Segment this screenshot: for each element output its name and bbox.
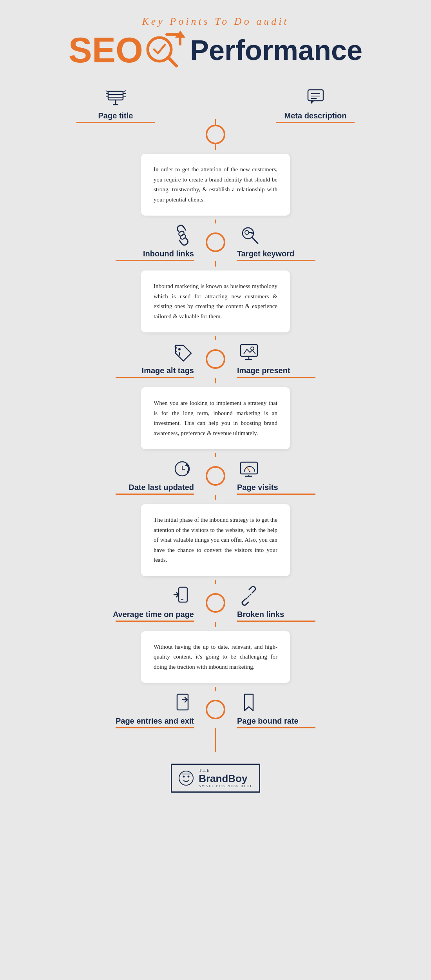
avg-time-icon (170, 584, 194, 608)
seo-icon (143, 31, 186, 70)
svg-line-41 (247, 467, 250, 472)
svg-point-25 (245, 230, 249, 234)
image-present-label: Image present (237, 366, 290, 375)
page-bound-label: Page bound rate (237, 717, 299, 726)
svg-line-48 (246, 593, 252, 599)
labels-row-4: Average time on page Broken links (0, 584, 431, 622)
svg-line-24 (252, 237, 258, 243)
broken-links-label: Broken links (237, 610, 284, 619)
header: Key Points To Do audit SEO Perform (69, 16, 362, 74)
image-alt-line (116, 377, 194, 378)
broken-links-line (237, 621, 315, 622)
footer-logo: the BrandBoy SMALL BUSINESS BLOG (171, 764, 260, 793)
timeline: Page title Meta description (0, 85, 431, 752)
date-updated-line (116, 494, 194, 495)
date-updated-label: Date last updated (129, 483, 194, 492)
avg-time-line (116, 621, 194, 622)
svg-rect-16 (308, 90, 323, 101)
brand-boy-icon (177, 769, 195, 787)
inbound-links-icon (170, 223, 194, 247)
logo-text-group: the BrandBoy SMALL BUSINESS BLOG (199, 768, 254, 788)
page-title-icon (104, 85, 127, 109)
meta-desc-icon (304, 85, 327, 109)
meta-desc-line (276, 122, 355, 123)
page-visits-icon (237, 457, 261, 481)
image-alt-tags-icon (170, 340, 194, 364)
meta-desc-label: Meta description (284, 111, 347, 120)
node-2 (206, 349, 225, 369)
label-inbound-group: Inbound links (29, 223, 194, 261)
svg-point-29 (178, 348, 181, 350)
labels-row-bottom: Page entries and exit Page bound rate (0, 691, 431, 728)
card-1: Inbound marketing is known as business m… (141, 270, 290, 332)
logo-brand: BrandBoy (199, 773, 254, 784)
card-3: The initial phase of the inbound strateg… (141, 504, 290, 576)
svg-line-1 (168, 57, 176, 66)
avg-time-label: Average time on page (113, 610, 194, 619)
performance-text: Performance (190, 36, 362, 64)
date-updated-icon (170, 457, 194, 481)
svg-marker-20 (311, 101, 314, 104)
card-4: Without having the up to date, relevant,… (141, 631, 290, 683)
page-entries-label: Page entries and exit (116, 717, 194, 726)
inbound-links-line (116, 260, 194, 261)
svg-point-52 (183, 775, 185, 777)
svg-rect-22 (179, 233, 186, 240)
svg-line-10 (106, 91, 108, 92)
page-title-line (76, 122, 155, 123)
inbound-links-label: Inbound links (143, 249, 194, 258)
svg-point-42 (249, 471, 250, 472)
label-date-updated-group: Date last updated (29, 457, 194, 495)
labels-row-2: Image alt tags Image present (0, 340, 431, 378)
target-keyword-line (237, 260, 315, 261)
image-alt-tags-label: Image alt tags (142, 366, 194, 375)
svg-rect-33 (241, 345, 257, 356)
section-0: In order to get the attention of the new… (0, 119, 431, 220)
label-page-title-group: Page title (37, 85, 194, 123)
card-0: In order to get the attention of the new… (141, 154, 290, 216)
top-labels-row: Page title Meta description (0, 85, 431, 123)
header-title: SEO Performance (69, 31, 362, 70)
card-2: When you are looking to implement a stra… (141, 387, 290, 449)
node-3 (206, 466, 225, 486)
header-subtitle: Key Points To Do audit (69, 16, 362, 27)
svg-point-53 (188, 775, 190, 777)
target-keyword-icon (237, 223, 261, 247)
node-1 (206, 232, 225, 252)
labels-row-3: Date last updated Page (0, 457, 431, 495)
label-broken-links-group: Broken links (237, 584, 402, 622)
broken-links-icon (237, 584, 261, 608)
label-avg-time-group: Average time on page (29, 584, 194, 622)
page-title-label: Page title (98, 111, 133, 120)
node-0 (206, 125, 225, 144)
label-target-kw-group: Target keyword (237, 223, 402, 261)
logo-sub: SMALL BUSINESS BLOG (199, 784, 254, 788)
label-page-bound-group: Page bound rate (237, 691, 402, 728)
label-img-present-group: Image present (237, 340, 402, 378)
seo-text: SEO (69, 33, 143, 68)
page-visits-line (237, 494, 315, 495)
page-entries-line (116, 727, 194, 728)
logo-box: the BrandBoy SMALL BUSINESS BLOG (171, 764, 260, 793)
svg-rect-40 (241, 462, 257, 474)
svg-rect-5 (108, 91, 123, 100)
svg-rect-54 (181, 773, 191, 775)
label-meta-desc-group: Meta description (237, 85, 394, 123)
label-page-entries-group: Page entries and exit (29, 691, 194, 728)
node-bottom (206, 700, 225, 719)
svg-rect-49 (177, 694, 188, 710)
label-page-visits-group: Page visits (237, 457, 402, 495)
page-visits-label: Page visits (237, 483, 278, 492)
node-4 (206, 593, 225, 613)
target-keyword-label: Target keyword (237, 249, 294, 258)
page-bound-icon (237, 691, 261, 714)
svg-line-13 (123, 91, 126, 92)
label-img-alt-group: Image alt tags (29, 340, 194, 378)
image-present-line (237, 377, 315, 378)
labels-row-1: Inbound links Target k (0, 223, 431, 261)
page-wrapper: Key Points To Do audit SEO Perform (0, 0, 431, 816)
page-entries-icon (170, 691, 194, 714)
page-bound-line (237, 727, 315, 728)
image-present-icon (237, 340, 261, 364)
